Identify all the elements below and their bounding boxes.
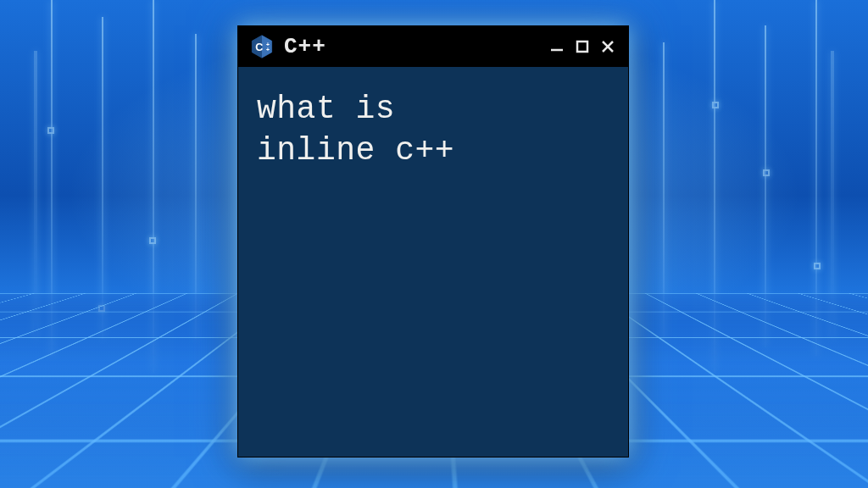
window-controls xyxy=(547,36,618,57)
close-button[interactable] xyxy=(598,36,618,57)
window-title: C++ xyxy=(284,34,538,59)
svg-text:C: C xyxy=(255,42,263,53)
svg-rect-7 xyxy=(577,42,587,52)
terminal-window: C + + C++ what is inline c++ xyxy=(237,25,629,458)
terminal-content: what is inline c++ xyxy=(238,67,628,193)
svg-text:+: + xyxy=(266,47,270,53)
window-titlebar[interactable]: C + + C++ xyxy=(238,26,628,67)
maximize-button[interactable] xyxy=(572,36,593,57)
minimize-button[interactable] xyxy=(547,36,567,57)
cpp-icon: C + + xyxy=(248,33,275,60)
